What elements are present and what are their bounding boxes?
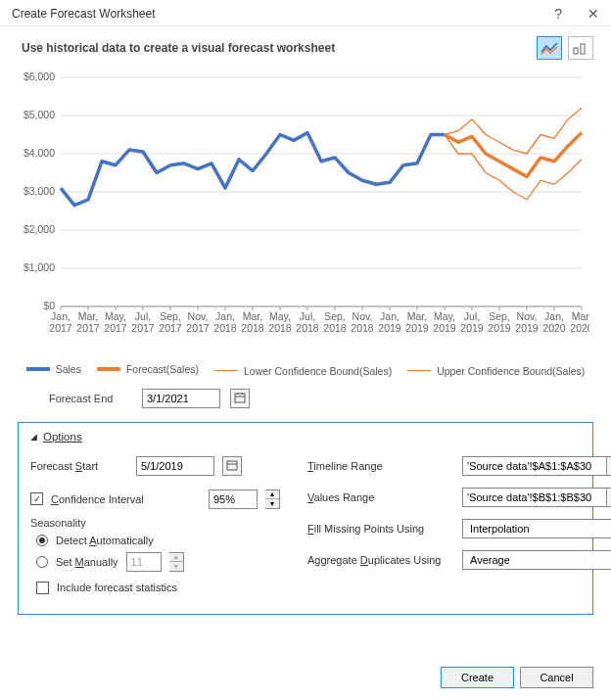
create-button[interactable]: Create [441,667,514,688]
confidence-interval-checkbox[interactable]: ✓ [30,492,43,505]
confidence-interval-input[interactable] [209,490,258,509]
create-forecast-dialog: Create Forecast Worksheet ? ✕ Use histor… [0,0,611,700]
forecast-chart: $0$1,000$2,000$3,000$4,000$5,000$6,000Ja… [0,64,611,357]
svg-text:2019: 2019 [433,322,456,334]
svg-text:Mar,: Mar, [572,310,589,322]
svg-text:2018: 2018 [268,322,292,334]
svg-text:Sep,: Sep, [489,310,510,322]
line-chart-view-button[interactable] [537,36,562,60]
svg-text:2018: 2018 [296,322,319,334]
svg-rect-0 [574,48,578,54]
seasonality-manual-radio[interactable] [36,556,48,568]
svg-text:2018: 2018 [241,322,264,334]
values-range-label: Values Range [307,491,454,503]
legend-item: Upper Confidence Bound(Sales) [407,365,585,377]
svg-rect-81 [227,461,237,470]
aggregate-select[interactable]: Average [462,550,611,570]
svg-text:Jan,: Jan, [544,310,564,322]
values-range-picker-button[interactable]: ⭱ [607,488,611,507]
calendar-icon [226,459,238,473]
column-chart-view-button[interactable] [568,36,593,60]
include-stats-checkbox[interactable] [36,582,49,594]
legend-item: Forecast(Sales) [97,363,199,375]
seasonality-title: Seasonality [30,517,86,529]
svg-text:2019: 2019 [405,322,429,334]
svg-text:Mar,: Mar, [78,310,98,322]
fill-missing-select[interactable]: Interpolation [462,519,611,538]
svg-text:Jan,: Jan, [215,310,235,322]
seasonality-auto-radio[interactable] [36,535,48,546]
svg-text:Nov,: Nov, [352,310,373,322]
seasonality-manual-input [126,552,162,572]
svg-rect-1 [581,44,585,54]
svg-text:$6,000: $6,000 [24,70,55,82]
values-range-input[interactable] [462,488,607,507]
cancel-button[interactable]: Cancel [520,667,593,688]
svg-text:Jan,: Jan, [380,310,400,322]
seasonality-manual-spinner: ▲▼ [169,552,184,572]
svg-text:2017: 2017 [131,322,155,334]
svg-text:Sep,: Sep, [160,310,181,322]
svg-text:Jul,: Jul, [300,310,315,322]
seasonality-auto-label: Detect Automatically [56,535,154,546]
svg-text:Mar,: Mar, [407,310,427,322]
legend-item: Sales [26,363,81,375]
dialog-subhead: Use historical data to create a visual f… [22,41,335,55]
svg-text:2019: 2019 [460,322,484,334]
svg-text:$1,000: $1,000 [24,261,55,273]
aggregate-label: Aggregate Duplicates Using [307,554,454,566]
svg-text:May,: May, [269,310,291,322]
svg-text:2017: 2017 [49,322,72,334]
forecast-end-label: Forecast End [49,393,132,404]
svg-text:Sep,: Sep, [324,310,346,322]
svg-text:2019: 2019 [515,322,539,334]
forecast-end-input[interactable] [142,389,220,408]
svg-text:May,: May, [105,310,126,322]
options-toggle[interactable]: ◢ Options [30,431,583,443]
svg-text:$2,000: $2,000 [24,223,55,235]
svg-text:2018: 2018 [351,322,374,334]
timeline-range-input[interactable] [462,456,607,476]
include-stats-label: Include forecast statistics [57,582,177,593]
svg-text:2017: 2017 [76,322,100,334]
svg-text:Nov,: Nov, [517,310,538,322]
svg-text:2017: 2017 [104,322,127,334]
svg-text:$5,000: $5,000 [24,109,55,120]
svg-text:$4,000: $4,000 [24,147,55,159]
timeline-range-label: Timeline Range [307,460,454,472]
dialog-titlebar: Create Forecast Worksheet ? ✕ [0,0,611,26]
svg-text:2018: 2018 [323,322,347,334]
confidence-interval-label: Confidence Interval [51,493,144,505]
svg-text:Jul,: Jul, [464,310,480,322]
svg-text:2017: 2017 [186,322,210,334]
svg-text:Jul,: Jul, [135,310,151,322]
collapse-icon: ◢ [30,432,37,442]
svg-text:Mar,: Mar, [243,310,262,322]
svg-text:2020: 2020 [542,322,566,334]
forecast-end-datepicker-button[interactable] [230,389,250,408]
svg-text:Nov,: Nov, [188,310,209,322]
forecast-start-datepicker-button[interactable] [222,456,242,476]
calendar-icon [234,392,246,405]
forecast-start-input[interactable] [136,456,214,476]
svg-text:$3,000: $3,000 [24,185,55,197]
confidence-interval-spinner[interactable]: ▲▼ [265,490,280,509]
svg-text:2019: 2019 [488,322,511,334]
timeline-range-picker-button[interactable]: ⭱ [607,456,611,476]
svg-text:2020: 2020 [570,322,589,334]
seasonality-manual-label: Set Manually [56,556,118,568]
help-icon[interactable]: ? [550,6,566,22]
chart-legend: SalesForecast(Sales)Lower Confidence Bou… [0,357,611,383]
svg-rect-77 [235,394,245,402]
legend-item: Lower Confidence Bound(Sales) [214,365,392,377]
svg-text:2019: 2019 [378,322,401,334]
svg-text:2018: 2018 [213,322,237,334]
options-panel: ◢ Options Forecast Start ✓ Confidence In… [18,422,593,615]
forecast-start-label: Forecast Start [30,460,98,472]
svg-text:Jan,: Jan, [51,310,70,322]
dialog-title: Create Forecast Worksheet [12,7,156,21]
svg-text:May,: May, [434,310,455,322]
fill-missing-label: Fill Missing Points Using [307,523,454,535]
svg-text:2017: 2017 [159,322,182,334]
close-icon[interactable]: ✕ [584,6,603,22]
